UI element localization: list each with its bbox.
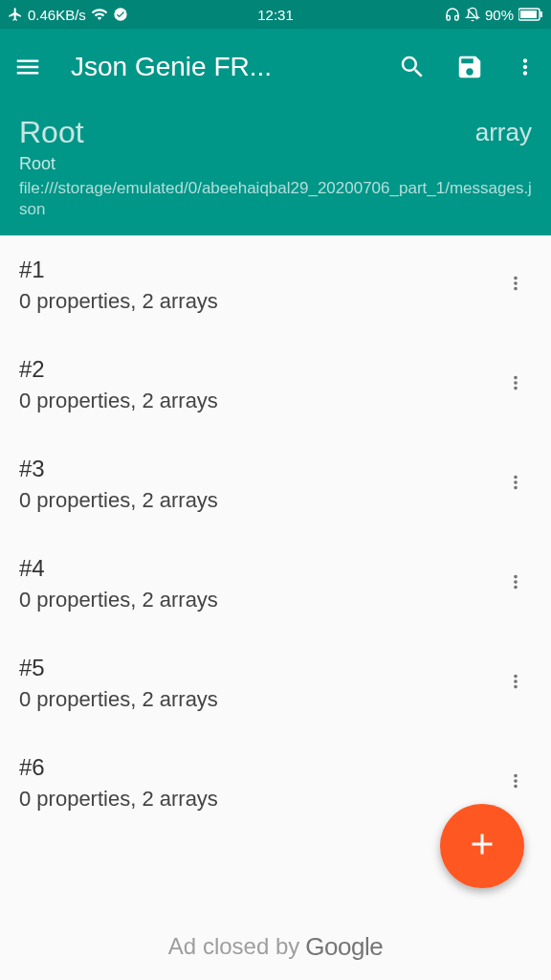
item-title: #5	[19, 655, 499, 681]
item-title: #3	[19, 456, 499, 482]
list-item[interactable]: #3 0 properties, 2 arrays	[0, 434, 551, 534]
status-right: 90%	[445, 7, 543, 23]
item-menu-icon[interactable]	[499, 372, 532, 397]
list-item-content: #4 0 properties, 2 arrays	[19, 555, 499, 612]
item-menu-icon[interactable]	[499, 273, 532, 298]
list-item[interactable]: #1 0 properties, 2 arrays	[0, 235, 551, 335]
network-speed: 0.46KB/s	[28, 7, 86, 23]
app-title: Json Genie FR...	[71, 52, 388, 82]
check-circle-icon	[113, 7, 128, 22]
list-item-content: #2 0 properties, 2 arrays	[19, 356, 499, 413]
item-menu-icon[interactable]	[499, 472, 532, 497]
battery-percent: 90%	[485, 7, 514, 23]
item-sub: 0 properties, 2 arrays	[19, 488, 499, 513]
bell-off-icon	[465, 7, 480, 22]
item-menu-icon[interactable]	[499, 671, 532, 696]
item-sub: 0 properties, 2 arrays	[19, 687, 499, 712]
wifi-icon	[91, 6, 108, 23]
json-list: #1 0 properties, 2 arrays #2 0 propertie…	[0, 235, 551, 833]
status-left: 0.46KB/s	[8, 6, 128, 23]
item-title: #1	[19, 256, 499, 283]
ad-bar: Ad closed by Google	[0, 913, 551, 980]
list-item-content: #6 0 properties, 2 arrays	[19, 754, 499, 812]
more-vert-icon[interactable]	[513, 55, 538, 79]
list-item[interactable]: #2 0 properties, 2 arrays	[0, 335, 551, 434]
breadcrumb-bar: Root array Root file:///storage/emulated…	[0, 105, 551, 235]
add-fab[interactable]	[440, 804, 524, 888]
item-menu-icon[interactable]	[499, 571, 532, 596]
status-bar: 0.46KB/s 12:31 90%	[0, 0, 551, 29]
item-sub: 0 properties, 2 arrays	[19, 289, 499, 314]
svg-rect-3	[520, 11, 537, 18]
breadcrumb-title[interactable]: Root	[19, 115, 84, 150]
ad-text: Ad closed by	[168, 933, 299, 960]
list-item-content: #3 0 properties, 2 arrays	[19, 456, 499, 513]
list-item-content: #5 0 properties, 2 arrays	[19, 655, 499, 712]
svg-point-0	[114, 8, 126, 20]
list-item[interactable]: #5 0 properties, 2 arrays	[0, 634, 551, 733]
app-bar: Json Genie FR...	[0, 29, 551, 105]
plus-icon	[465, 827, 499, 865]
item-sub: 0 properties, 2 arrays	[19, 787, 499, 812]
headset-icon	[445, 7, 460, 22]
item-title: #4	[19, 555, 499, 582]
breadcrumb-type: array	[475, 118, 532, 147]
item-title: #2	[19, 356, 499, 383]
battery-icon	[518, 8, 543, 21]
search-icon[interactable]	[398, 53, 427, 81]
save-icon[interactable]	[455, 53, 484, 81]
airplane-icon	[8, 7, 23, 22]
menu-icon[interactable]	[13, 53, 42, 81]
item-menu-icon[interactable]	[499, 770, 532, 795]
item-sub: 0 properties, 2 arrays	[19, 389, 499, 413]
svg-rect-4	[540, 11, 542, 17]
google-logo: Google	[305, 932, 383, 962]
item-title: #6	[19, 754, 499, 781]
breadcrumb-sub: Root	[19, 154, 532, 174]
item-sub: 0 properties, 2 arrays	[19, 588, 499, 612]
status-time: 12:31	[257, 7, 294, 23]
list-item-content: #1 0 properties, 2 arrays	[19, 256, 499, 314]
breadcrumb-path: file:///storage/emulated/0/abeehaiqbal29…	[19, 178, 532, 220]
list-item[interactable]: #4 0 properties, 2 arrays	[0, 534, 551, 634]
